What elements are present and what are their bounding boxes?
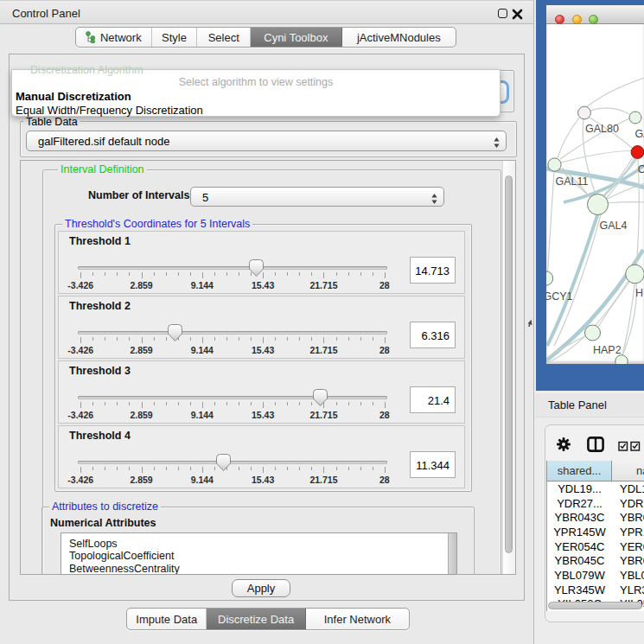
tab-jactivemnodules[interactable]: jActiveMNodules bbox=[342, 28, 456, 47]
slider-minor-tick bbox=[178, 402, 179, 405]
slider-track[interactable] bbox=[78, 461, 387, 464]
table-horizontal-scrollbar[interactable] bbox=[547, 601, 644, 610]
network-node[interactable] bbox=[629, 112, 641, 124]
algorithm-option-equal-width-frequency[interactable]: Equal Width/Frequency Discretization bbox=[16, 104, 203, 117]
threshold-value-field[interactable]: 21.4 bbox=[410, 386, 456, 413]
table-horizontal-scrollbar-thumb[interactable] bbox=[548, 602, 642, 609]
slider-track[interactable] bbox=[78, 396, 387, 399]
network-node[interactable] bbox=[578, 106, 591, 119]
network-window-frame bbox=[536, 0, 546, 391]
slider-track[interactable] bbox=[78, 331, 387, 335]
slider-track[interactable] bbox=[78, 266, 387, 270]
tab-discretize-data[interactable]: Discretize Data bbox=[207, 609, 305, 629]
network-node[interactable] bbox=[615, 355, 628, 364]
tab-cyni-toolbox[interactable]: Cyni Toolbox bbox=[251, 28, 342, 47]
float-window-icon[interactable] bbox=[498, 9, 507, 18]
network-node[interactable] bbox=[626, 265, 644, 284]
tab-infer-network[interactable]: Infer Network bbox=[306, 609, 409, 629]
slider-major-tick bbox=[142, 272, 143, 278]
slider-tick-label: 15.43 bbox=[252, 475, 274, 485]
table-cell-shared-name: YDR27... bbox=[547, 496, 612, 511]
table-row[interactable]: YPR145WYPR145W bbox=[547, 525, 644, 539]
table-cell-name: YLR345W bbox=[612, 583, 644, 597]
slider-minor-tick bbox=[105, 272, 105, 276]
network-window-frame-bottom bbox=[536, 364, 644, 391]
table-header-shared-name[interactable]: shared... bbox=[546, 461, 611, 481]
slider-tick-label: 2.859 bbox=[130, 345, 152, 355]
threshold-value-field[interactable]: 14.713 bbox=[410, 257, 456, 284]
gear-icon[interactable] bbox=[557, 437, 571, 451]
tab-impute-data[interactable]: Impute Data bbox=[127, 609, 207, 629]
tab-network[interactable]: Network bbox=[76, 28, 152, 47]
attributes-list-scrollbar[interactable] bbox=[448, 533, 456, 574]
slider-major-tick bbox=[202, 272, 203, 278]
slider-tick-label: 28 bbox=[379, 280, 390, 290]
slider-minor-tick bbox=[92, 467, 93, 470]
network-node[interactable] bbox=[585, 325, 601, 341]
threshold-value-field[interactable]: 11.344 bbox=[410, 451, 456, 478]
table-row[interactable]: YDL19...YDL194W bbox=[547, 481, 644, 496]
network-node[interactable] bbox=[588, 194, 609, 215]
table-data-combo[interactable]: galFiltered.sif default node bbox=[26, 131, 507, 151]
checkbox-icon[interactable] bbox=[618, 439, 628, 450]
slider-thumb[interactable] bbox=[248, 258, 265, 277]
attribute-list-item[interactable]: SelfLoops bbox=[69, 538, 118, 550]
slider-minor-tick bbox=[311, 467, 312, 470]
application-window: Control Panel Network Style Selec bbox=[0, 0, 644, 644]
table-row[interactable]: YBR045CYBR045C bbox=[547, 553, 644, 568]
slider-minor-tick bbox=[129, 402, 130, 405]
slider-thumb[interactable] bbox=[167, 323, 183, 342]
table-cell-shared-name: YPR145W bbox=[547, 525, 612, 539]
tab-cyni-toolbox-label: Cyni Toolbox bbox=[264, 31, 328, 44]
window-zoom-button[interactable] bbox=[589, 15, 598, 24]
network-node[interactable] bbox=[548, 158, 561, 171]
table-row[interactable]: YBL079WYBL079W bbox=[547, 568, 644, 583]
table-row[interactable]: YLR345WYLR345W bbox=[547, 583, 644, 597]
slider-tick-label: 21.715 bbox=[309, 410, 337, 420]
slider-minor-tick bbox=[117, 272, 118, 276]
slider-minor-tick bbox=[287, 272, 288, 276]
slider-minor-tick bbox=[190, 272, 191, 276]
network-window-titlebar[interactable] bbox=[546, 5, 644, 24]
table-cell-name: YBR045C bbox=[612, 553, 644, 568]
network-edge bbox=[590, 108, 629, 114]
slider-minor-tick bbox=[275, 467, 276, 470]
network-canvas[interactable]: GAL80GACGAL11GAL4GCY1HHAP2 bbox=[546, 24, 644, 364]
settings-scrollbar-thumb[interactable] bbox=[505, 175, 513, 553]
tab-infer-network-label: Infer Network bbox=[324, 613, 391, 626]
algorithm-option-manual-discretization[interactable]: Manual Discretization bbox=[16, 90, 131, 103]
slider-minor-tick bbox=[373, 467, 373, 470]
table-row[interactable]: YDR27...YDR277C bbox=[547, 496, 644, 511]
table-header-name[interactable]: name bbox=[611, 461, 644, 481]
slider-thumb[interactable] bbox=[312, 388, 328, 407]
table-row[interactable]: YBR043CYBR043C bbox=[547, 510, 644, 525]
attribute-list-item[interactable]: TopologicalCoefficient bbox=[69, 550, 174, 562]
checkbox-icon[interactable] bbox=[630, 439, 641, 450]
network-node[interactable] bbox=[631, 146, 644, 159]
table-row[interactable]: YER054CYER054C bbox=[547, 539, 644, 554]
window-close-button[interactable] bbox=[555, 15, 564, 24]
network-node-label: GAL4 bbox=[600, 220, 628, 232]
network-node-label: GAL11 bbox=[556, 175, 589, 188]
attributes-group-title: Attributes to discretize bbox=[49, 501, 161, 513]
slider-major-tick bbox=[80, 402, 81, 408]
table-body[interactable]: YDL19...YDL194WYDR27...YDR277CYBR043CYBR… bbox=[546, 481, 644, 611]
tab-select[interactable]: Select bbox=[197, 28, 251, 47]
slider-minor-tick bbox=[275, 337, 276, 341]
apply-button[interactable]: Apply bbox=[232, 579, 290, 597]
table-cell-name: YBR043C bbox=[612, 510, 644, 525]
table-cell-shared-name: YDL19... bbox=[547, 481, 612, 496]
attribute-list-item[interactable]: BetweennessCentrality bbox=[69, 563, 180, 575]
slider-tick-label: -3.426 bbox=[67, 475, 93, 485]
columns-icon[interactable] bbox=[587, 437, 604, 452]
network-node-label: H bbox=[635, 287, 643, 299]
slider-thumb[interactable] bbox=[215, 453, 232, 472]
numerical-attributes-list[interactable]: SelfLoopsTopologicalCoefficientBetweenne… bbox=[61, 532, 457, 575]
tab-style[interactable]: Style bbox=[152, 28, 198, 47]
window-minimize-button[interactable] bbox=[572, 15, 582, 24]
slider-minor-tick bbox=[154, 337, 155, 341]
network-node[interactable] bbox=[546, 271, 553, 285]
slider-minor-tick bbox=[299, 402, 300, 405]
close-icon[interactable] bbox=[512, 8, 523, 19]
threshold-value-field[interactable]: 6.316 bbox=[410, 322, 456, 348]
